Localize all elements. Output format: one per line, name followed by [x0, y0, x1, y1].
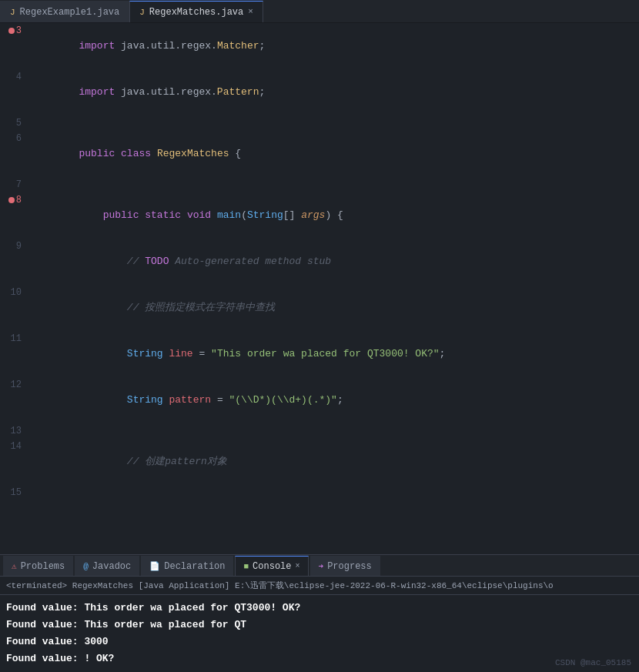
line-number-8: 8: [0, 192, 28, 208]
console-output: Found value: This order wa placed for QT…: [0, 595, 639, 672]
console-line-2: Found value: This order wa placed for QT: [6, 617, 633, 634]
code-line-14: 14 // 创建pattern对象: [0, 439, 639, 485]
code-line-11: 11 String line = "This order wa placed f…: [0, 331, 639, 377]
console-header: <terminated> RegexMatches [Java Applicat…: [0, 577, 639, 595]
line-number-12: 12: [0, 377, 28, 393]
code-line-8: 8 public static void main(String[] args)…: [0, 192, 639, 239]
console-close-button[interactable]: ×: [296, 562, 300, 570]
tab-close-button[interactable]: ×: [248, 8, 253, 16]
editor-tab-bar: J RegexExample1.java J RegexMatches.java…: [0, 0, 639, 23]
line-number-5: 5: [0, 115, 28, 131]
panel-tab-label-problems: Problems: [21, 561, 65, 572]
code-line-7: 7: [0, 177, 639, 192]
code-line-3: 3 import java.util.regex.Matcher;: [0, 23, 639, 69]
console-line-1: Found value: This order wa placed for QT…: [6, 600, 633, 617]
code-line-5: 5: [0, 115, 639, 131]
panel-tab-javadoc[interactable]: @ Javadoc: [75, 556, 139, 576]
console-line-3: Found value: 3000: [6, 634, 633, 650]
bottom-panel: ⚠ Problems @ Javadoc 📄 Declaration ■ Con…: [0, 554, 639, 672]
line-number-6: 6: [0, 131, 28, 146]
line-number-3: 3: [0, 23, 28, 38]
line-number-11: 11: [0, 331, 28, 346]
line-number-10: 10: [0, 285, 28, 300]
panel-tab-progress[interactable]: ➜ Progress: [310, 556, 380, 576]
console-icon: ■: [243, 562, 249, 571]
code-line-9: 9 // TODO Auto-generated method stub: [0, 239, 639, 285]
java-icon: J: [10, 8, 15, 17]
panel-tab-console[interactable]: ■ Console ×: [235, 556, 308, 576]
line-number-9: 9: [0, 239, 28, 254]
panel-tab-label-progress: Progress: [327, 561, 372, 572]
code-line-4: 4 import java.util.regex.Pattern;: [0, 69, 639, 115]
line-number-13: 13: [0, 423, 28, 439]
line-number-14: 14: [0, 439, 28, 454]
progress-icon: ➜: [319, 561, 324, 571]
panel-tab-declaration[interactable]: 📄 Declaration: [141, 556, 233, 576]
problems-icon: ⚠: [12, 561, 17, 571]
tab-label-regexmatches: RegexMatches.java: [149, 7, 243, 18]
line-number-15: 15: [0, 485, 28, 499]
tab-regexexample1[interactable]: J RegexExample1.java: [0, 1, 129, 22]
panel-tab-label-declaration: Declaration: [164, 561, 225, 572]
code-line-13: 13: [0, 423, 639, 439]
code-lines: 3 import java.util.regex.Matcher; 4 impo…: [0, 23, 639, 499]
panel-tab-label-console: Console: [253, 561, 291, 572]
watermark-text: CSDN @mac_05185: [555, 658, 631, 667]
line-number-7: 7: [0, 177, 28, 192]
panel-tab-label-javadoc: Javadoc: [92, 561, 131, 572]
code-line-12: 12 String pattern = "(\\D*)(\\d+)(.*)";: [0, 377, 639, 423]
code-line-15: 15 Pattern r = Pattern.compile(pattern);: [0, 485, 639, 499]
code-line-10: 10 // 按照指定模式在字符串中查找: [0, 285, 639, 331]
panel-tab-problems[interactable]: ⚠ Problems: [3, 556, 73, 576]
declaration-icon: 📄: [149, 561, 160, 571]
console-line-4: Found value: ! OK?: [6, 650, 633, 667]
panel-tab-bar: ⚠ Problems @ Javadoc 📄 Declaration ■ Con…: [0, 555, 639, 577]
code-line-6: 6 public class RegexMatches {: [0, 131, 639, 177]
console-panel: <terminated> RegexMatches [Java Applicat…: [0, 577, 639, 672]
java-icon-2: J: [139, 8, 145, 17]
code-editor: 3 import java.util.regex.Matcher; 4 impo…: [0, 23, 639, 499]
line-number-4: 4: [0, 69, 28, 85]
tab-label-regexexample1: RegexExample1.java: [20, 7, 120, 18]
javadoc-icon: @: [83, 562, 89, 571]
tab-regexmatches[interactable]: J RegexMatches.java ×: [129, 1, 263, 22]
